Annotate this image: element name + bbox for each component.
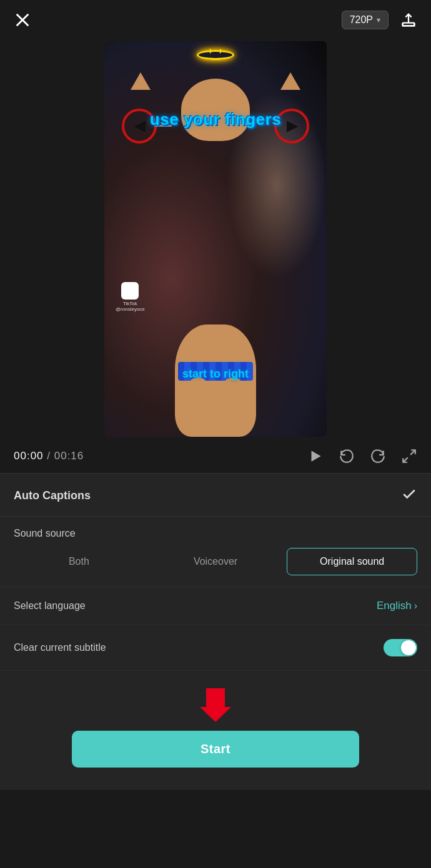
- select-language-row[interactable]: Select language English ›: [0, 587, 431, 625]
- video-preview: ✦ ✦ ◀ ▶ use your fingers start to right …: [104, 41, 327, 437]
- language-value: English ›: [377, 600, 417, 612]
- cat-decoration: [131, 72, 151, 90]
- sound-option-voiceover[interactable]: Voiceover: [151, 548, 281, 575]
- language-text: English: [377, 600, 412, 612]
- chevron-right-icon: ›: [414, 600, 417, 612]
- close-button[interactable]: [11, 9, 34, 31]
- current-time: 00:00: [14, 450, 44, 462]
- svg-line-6: [403, 457, 408, 462]
- fullscreen-button[interactable]: [401, 448, 417, 464]
- tiktok-watermark: ♪ TikTok @ronsleyoce: [116, 282, 145, 312]
- language-label: Select language: [14, 600, 86, 612]
- undo-button[interactable]: [339, 448, 355, 464]
- play-button[interactable]: [307, 448, 324, 464]
- sound-options: Both Voiceover Original sound: [14, 548, 417, 575]
- sound-option-original[interactable]: Original sound: [287, 548, 417, 575]
- quality-selector[interactable]: 720P ▾: [342, 11, 389, 29]
- panel-header: Auto Captions: [0, 474, 431, 517]
- panel-title: Auto Captions: [14, 489, 91, 502]
- total-time: 00:16: [54, 450, 84, 462]
- auto-captions-panel: Auto Captions Sound source Both Voiceove…: [0, 474, 431, 790]
- svg-line-5: [410, 450, 415, 455]
- export-button[interactable]: [397, 9, 420, 31]
- top-bar-right: 720P ▾: [342, 9, 420, 31]
- cat-decoration: [280, 72, 300, 90]
- svg-marker-4: [312, 451, 321, 461]
- cat-decoration: ✦ ✦: [207, 46, 224, 56]
- cat-decoration: [184, 378, 247, 399]
- start-button[interactable]: Start: [72, 731, 359, 768]
- tiktok-name: TikTok: [116, 301, 145, 306]
- video-overlay-text-bottom: start to right: [182, 368, 249, 381]
- time-separator: /: [44, 450, 54, 462]
- clear-subtitle-toggle[interactable]: [384, 639, 417, 656]
- start-area: Start: [0, 671, 431, 790]
- playback-controls: [307, 448, 417, 464]
- time-display: 00:00 / 00:16: [14, 450, 84, 462]
- svg-marker-7: [200, 688, 231, 722]
- playback-bar: 00:00 / 00:16: [0, 439, 431, 473]
- redo-button[interactable]: [370, 448, 386, 464]
- sound-source-label: Sound source: [14, 528, 417, 539]
- quality-label: 720P: [350, 14, 373, 26]
- clear-subtitle-label: Clear current subtitle: [14, 642, 106, 653]
- top-bar: 720P ▾: [0, 0, 431, 40]
- video-overlay-text-top: use your fingers: [150, 110, 281, 129]
- toggle-knob: [401, 640, 416, 655]
- clear-subtitle-row: Clear current subtitle: [0, 625, 431, 671]
- chevron-down-icon: ▾: [377, 16, 380, 24]
- sound-source-section: Sound source Both Voiceover Original sou…: [0, 517, 431, 587]
- sound-option-both[interactable]: Both: [14, 548, 144, 575]
- arrow-indicator: [200, 688, 231, 724]
- confirm-button[interactable]: [401, 486, 417, 505]
- tiktok-handle: @ronsleyoce: [116, 306, 145, 312]
